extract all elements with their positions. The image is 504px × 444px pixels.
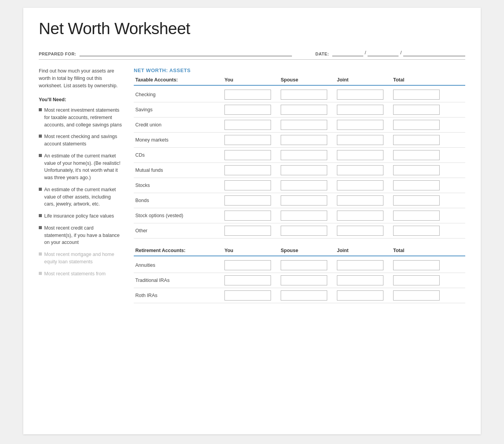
retirement-input-2-you[interactable]: [224, 290, 271, 301]
retirement-accounts-table: Retirement Accounts: You Spouse Joint To…: [134, 248, 465, 303]
taxable-input-3-spouse[interactable]: [281, 135, 327, 145]
taxable-row-7: Bonds: [134, 193, 465, 208]
taxable-input-8-you[interactable]: [224, 211, 271, 221]
sidebar-need-title: You'll Need:: [39, 96, 122, 104]
taxable-input-9-joint[interactable]: [337, 226, 383, 236]
sidebar-item-4: Life insurance policy face values: [39, 212, 122, 220]
taxable-input-7-you[interactable]: [224, 195, 271, 206]
taxable-cell-6-joint: [335, 180, 392, 190]
retirement-header-spouse: Spouse: [279, 248, 335, 253]
taxable-input-7-total[interactable]: [393, 195, 440, 206]
retirement-input-1-you[interactable]: [224, 275, 271, 285]
taxable-input-2-spouse[interactable]: [281, 120, 327, 130]
prepared-for-label: PREPARED FOR:: [39, 52, 76, 56]
taxable-input-0-total[interactable]: [393, 90, 440, 100]
taxable-row-label-0: Checking: [134, 92, 223, 97]
taxable-input-8-total[interactable]: [393, 211, 440, 221]
taxable-cell-6-spouse: [279, 180, 335, 190]
taxable-cell-5-joint: [335, 165, 392, 175]
taxable-cell-7-total: [392, 195, 448, 206]
retirement-input-0-spouse[interactable]: [281, 260, 327, 270]
taxable-rows-container: CheckingSavingsCredit unionMoney markets…: [134, 87, 465, 238]
taxable-input-8-joint[interactable]: [337, 211, 383, 221]
page-title: Net Worth Worksheet: [39, 19, 465, 38]
taxable-cell-8-spouse: [279, 211, 335, 221]
taxable-header-joint: Joint: [335, 77, 392, 83]
taxable-row-6: Stocks: [134, 178, 465, 193]
header-row: PREPARED FOR: DATE: / /: [39, 50, 465, 56]
taxable-row-label-2: Credit union: [134, 122, 223, 128]
taxable-input-6-you[interactable]: [224, 180, 271, 190]
retirement-input-2-spouse[interactable]: [281, 290, 327, 301]
taxable-input-1-spouse[interactable]: [281, 105, 327, 115]
taxable-input-6-total[interactable]: [393, 180, 440, 190]
retirement-input-0-you[interactable]: [224, 260, 271, 270]
taxable-input-4-spouse[interactable]: [281, 150, 327, 160]
taxable-input-3-you[interactable]: [224, 135, 271, 145]
retirement-input-0-total[interactable]: [393, 260, 440, 270]
taxable-cell-4-you: [223, 150, 279, 160]
taxable-input-4-you[interactable]: [224, 150, 271, 160]
taxable-input-6-spouse[interactable]: [281, 180, 327, 190]
prepared-for-input[interactable]: [79, 50, 292, 56]
taxable-row-5: Mutual funds: [134, 163, 465, 178]
retirement-cell-2-you: [223, 290, 279, 301]
taxable-input-0-spouse[interactable]: [281, 90, 327, 100]
taxable-cell-5-spouse: [279, 165, 335, 175]
taxable-row-8: Stock options (vested): [134, 208, 465, 223]
taxable-input-4-joint[interactable]: [337, 150, 383, 160]
taxable-input-9-spouse[interactable]: [281, 226, 327, 236]
taxable-input-1-joint[interactable]: [337, 105, 383, 115]
taxable-cell-3-joint: [335, 135, 392, 145]
taxable-input-1-total[interactable]: [393, 105, 440, 115]
date-month-input[interactable]: [332, 50, 363, 56]
bullet-icon-3: [39, 188, 42, 191]
taxable-input-4-total[interactable]: [393, 150, 440, 160]
retirement-cell-0-joint: [335, 260, 392, 270]
taxable-input-2-you[interactable]: [224, 120, 271, 130]
retirement-input-2-total[interactable]: [393, 290, 440, 301]
taxable-input-0-joint[interactable]: [337, 90, 383, 100]
retirement-cell-2-total: [392, 290, 448, 301]
sidebar-item-6: Most recent mortgage and home equity loa…: [39, 251, 122, 266]
taxable-cell-0-spouse: [279, 90, 335, 100]
taxable-cell-3-spouse: [279, 135, 335, 145]
taxable-input-6-joint[interactable]: [337, 180, 383, 190]
taxable-cell-8-total: [392, 211, 448, 221]
taxable-input-5-total[interactable]: [393, 165, 440, 175]
taxable-cell-9-you: [223, 226, 279, 236]
taxable-input-9-you[interactable]: [224, 226, 271, 236]
taxable-cell-9-joint: [335, 226, 392, 236]
sidebar-item-text-1: Most recent checking and savings account…: [44, 133, 122, 148]
taxable-input-0-you[interactable]: [224, 90, 271, 100]
retirement-input-0-joint[interactable]: [337, 260, 383, 270]
sidebar-item-1: Most recent checking and savings account…: [39, 133, 122, 148]
taxable-cell-1-you: [223, 105, 279, 115]
taxable-input-2-joint[interactable]: [337, 120, 383, 130]
taxable-input-9-total[interactable]: [393, 226, 440, 236]
taxable-cell-5-you: [223, 165, 279, 175]
retirement-input-1-total[interactable]: [393, 275, 440, 285]
taxable-row-label-9: Other: [134, 228, 223, 233]
taxable-input-3-total[interactable]: [393, 135, 440, 145]
taxable-input-5-you[interactable]: [224, 165, 271, 175]
taxable-input-1-you[interactable]: [224, 105, 271, 115]
retirement-cell-2-spouse: [279, 290, 335, 301]
date-year-input[interactable]: [403, 50, 465, 56]
retirement-input-1-spouse[interactable]: [281, 275, 327, 285]
taxable-input-5-joint[interactable]: [337, 165, 383, 175]
sidebar-item-3: An estimate of the current market value …: [39, 186, 122, 208]
date-day-input[interactable]: [368, 50, 399, 56]
taxable-input-8-spouse[interactable]: [281, 211, 327, 221]
taxable-input-7-spouse[interactable]: [281, 195, 327, 206]
taxable-input-7-joint[interactable]: [337, 195, 383, 206]
retirement-input-2-joint[interactable]: [337, 290, 383, 301]
retirement-input-1-joint[interactable]: [337, 275, 383, 285]
taxable-input-2-total[interactable]: [393, 120, 440, 130]
taxable-input-3-joint[interactable]: [337, 135, 383, 145]
taxable-cell-3-total: [392, 135, 448, 145]
taxable-cell-8-joint: [335, 211, 392, 221]
taxable-row-label-7: Bonds: [134, 198, 223, 203]
retirement-cell-0-you: [223, 260, 279, 270]
taxable-input-5-spouse[interactable]: [281, 165, 327, 175]
